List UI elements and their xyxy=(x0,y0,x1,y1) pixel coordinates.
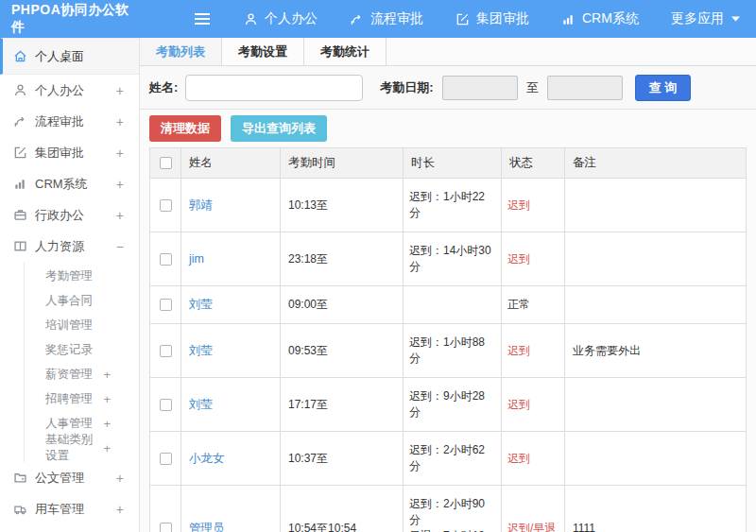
workflow-icon xyxy=(13,114,27,129)
sidebar-item-document-management[interactable]: 公文管理 + xyxy=(0,462,139,493)
nav-crm-system[interactable]: CRM系统 xyxy=(561,10,639,27)
date-from-input[interactable] xyxy=(442,76,518,100)
name-input[interactable] xyxy=(185,75,363,101)
sidebar-item-admin-office[interactable]: 行政办公 + xyxy=(0,199,139,231)
query-button[interactable]: 查 询 xyxy=(635,75,692,101)
submenu-item-hr-contract[interactable]: 人事合同 xyxy=(25,288,139,313)
employee-name-link[interactable]: 刘莹 xyxy=(189,344,213,357)
sidebar-item-personal-desktop[interactable]: 个人桌面 xyxy=(0,38,139,75)
workflow-icon xyxy=(350,12,364,26)
sidebar-item-human-resources[interactable]: 人力资源 − xyxy=(0,231,139,262)
row-checkbox[interactable] xyxy=(160,253,172,266)
sidebar-item-personal-office[interactable]: 个人办公 + xyxy=(0,75,139,106)
duration-cell: 迟到：1小时22分 xyxy=(404,179,502,232)
expand-indicator: + xyxy=(103,417,111,431)
nav-personal-office[interactable]: 个人办公 xyxy=(244,10,318,27)
attendance-time: 10:37至 xyxy=(281,432,404,486)
clean-data-button[interactable]: 清理数据 xyxy=(149,115,221,142)
table-row: 刘莹 09:53至 迟到：1小时88分 迟到 业务需要外出 xyxy=(150,324,747,378)
home-icon xyxy=(13,49,27,63)
row-checkbox[interactable] xyxy=(160,299,172,311)
expand-indicator: + xyxy=(116,114,124,129)
table-row: 刘莹 17:17至 迟到：9小时28分 迟到 xyxy=(150,378,747,432)
table-row: 小龙女 10:37至 迟到：2小时62分 迟到 xyxy=(150,432,747,486)
select-all-checkbox[interactable] xyxy=(160,157,172,169)
sidebar-item-label: 个人办公 xyxy=(35,82,109,99)
table-row: 刘莹 09:00至 正常 xyxy=(150,286,747,324)
tab-attendance-settings[interactable]: 考勤设置 xyxy=(222,38,304,65)
nav-more-apps[interactable]: 更多应用 xyxy=(671,10,741,27)
edit-icon xyxy=(13,146,27,160)
submenu-item-attendance-management[interactable]: 考勤管理 xyxy=(25,264,139,288)
export-list-button[interactable]: 导出查询列表 xyxy=(231,115,327,142)
attendance-time: 10:13至 xyxy=(281,179,404,232)
date-to-input[interactable] xyxy=(547,76,623,100)
sidebar-item-vehicle-management[interactable]: 用车管理 + xyxy=(0,493,139,524)
submenu-item-label: 培训管理 xyxy=(45,317,111,334)
expand-indicator: + xyxy=(116,471,124,486)
employee-name-link[interactable]: 刘莹 xyxy=(189,298,213,311)
col-header-name: 姓名 xyxy=(181,148,281,179)
submenu-item-training-management[interactable]: 培训管理 xyxy=(25,313,139,337)
remark-cell xyxy=(565,378,747,432)
col-header-status: 状态 xyxy=(502,148,565,179)
sidebar-item-workflow-approval[interactable]: 流程审批 + xyxy=(0,106,139,137)
expand-indicator: + xyxy=(116,146,124,161)
remark-cell: 1111 xyxy=(565,486,747,532)
attendance-time: 09:00至 xyxy=(281,286,404,324)
employee-name-link[interactable]: 刘莹 xyxy=(189,398,213,411)
nav-label: 个人办公 xyxy=(265,10,318,27)
collapse-indicator: − xyxy=(116,239,124,254)
sidebar-item-crm-system[interactable]: CRM系统 + xyxy=(0,168,139,199)
table-row: 管理员 10:54至10:54 迟到：2小时90分早退：7小时10分 迟到/早退… xyxy=(150,486,747,532)
employee-name-link[interactable]: 郭靖 xyxy=(189,198,213,212)
employee-name-link[interactable]: 小龙女 xyxy=(189,452,225,465)
submenu-item-reward-punishment[interactable]: 奖惩记录 xyxy=(25,337,139,362)
sidebar-item-label: 人力资源 xyxy=(35,238,109,255)
row-checkbox[interactable] xyxy=(160,453,172,465)
remark-cell xyxy=(565,432,747,486)
nav-label: 更多应用 xyxy=(671,10,724,27)
table-header-row: 姓名 考勤时间 时长 状态 备注 xyxy=(150,148,747,179)
attendance-time: 17:17至 xyxy=(281,378,404,432)
tab-attendance-statistics[interactable]: 考勤统计 xyxy=(304,38,387,65)
row-checkbox[interactable] xyxy=(160,523,172,532)
table-row: jim 23:18至 迟到：14小时30分 迟到 xyxy=(150,232,747,286)
sidebar-item-label: 公文管理 xyxy=(35,470,109,487)
employee-name-link[interactable]: jim xyxy=(189,252,204,266)
submenu-item-label: 奖惩记录 xyxy=(45,342,111,358)
sidebar: 个人桌面 个人办公 + 流程审批 + 集团审 xyxy=(0,38,140,532)
nav-label: CRM系统 xyxy=(582,10,639,27)
bar-chart-icon xyxy=(561,12,576,26)
submenu-item-recruitment-management[interactable]: 招聘管理 + xyxy=(25,386,139,411)
to-label: 至 xyxy=(526,79,539,96)
user-icon xyxy=(244,12,258,26)
col-header-remark: 备注 xyxy=(565,148,747,179)
duration-cell: 迟到：9小时28分 xyxy=(404,378,502,432)
folder-icon xyxy=(13,471,27,485)
duration-cell: 迟到：14小时30分 xyxy=(404,232,502,286)
employee-name-link[interactable]: 管理员 xyxy=(189,522,225,532)
status-badge: 迟到 xyxy=(502,232,565,286)
row-checkbox[interactable] xyxy=(160,199,172,212)
status-badge: 迟到 xyxy=(502,324,565,378)
submenu-item-base-category-settings[interactable]: 基础类别设置 + xyxy=(25,436,139,460)
row-checkbox[interactable] xyxy=(160,399,172,411)
nav-workflow-approval[interactable]: 流程审批 xyxy=(350,10,423,27)
nav-group-approval[interactable]: 集团审批 xyxy=(455,10,529,27)
submenu-item-label: 人事合同 xyxy=(45,293,111,309)
tab-attendance-list[interactable]: 考勤列表 xyxy=(140,38,222,65)
main-content: 考勤列表 考勤设置 考勤统计 姓名: 考勤日期: 至 查 询 清理数据 导出查询… xyxy=(140,38,756,532)
sidebar-item-label: 集团审批 xyxy=(35,145,109,162)
sidebar-item-group-approval[interactable]: 集团审批 + xyxy=(0,137,139,168)
submenu-item-salary-management[interactable]: 薪资管理 + xyxy=(25,362,139,386)
nav-label: 集团审批 xyxy=(476,10,529,27)
duration-cell: 迟到：2小时90分早退：7小时10分 xyxy=(404,486,502,532)
remark-cell xyxy=(565,179,747,232)
hamburger-icon[interactable] xyxy=(193,11,212,26)
row-checkbox[interactable] xyxy=(160,345,172,357)
submenu-item-label: 薪资管理 xyxy=(45,367,103,383)
expand-indicator: + xyxy=(103,368,111,382)
sidebar-item-label: 行政办公 xyxy=(35,207,109,224)
briefcase-icon xyxy=(13,208,27,222)
